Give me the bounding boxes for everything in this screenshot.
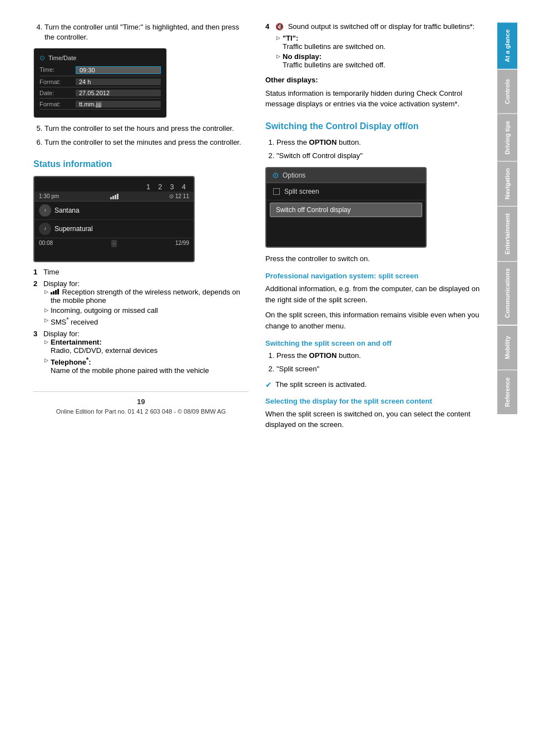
timedate-row-format1: Format: 24 h <box>39 78 161 87</box>
status-numbers-overlay: 1 2 3 4 <box>146 183 186 191</box>
timedate-row-time: Time: 09:30 <box>39 66 161 76</box>
pro-nav-section: Professional navigation system: split sc… <box>265 272 481 430</box>
item4-subs: "TI":Traffic bulletins are switched on. … <box>265 34 481 69</box>
page-footer: 19 Online Edition for Part no. 01 41 2 6… <box>33 391 249 420</box>
page-wrapper: Turn the controller until "Time:" is hig… <box>0 0 534 756</box>
checkbox-icon <box>273 188 280 195</box>
switch-control-step-2: "Switch off Control display" <box>276 151 481 161</box>
other-displays-heading: Other displays: <box>265 75 481 86</box>
timedate-title-text: Time/Date <box>48 55 76 61</box>
signal-bar4 <box>117 194 118 199</box>
status-info-bar: 1:30 pm ⊙ 12 11 <box>34 192 194 202</box>
song-row-1: ♪ Santana <box>34 202 194 220</box>
right-column: 4 🔇 Sound output is switched off or disp… <box>265 22 481 734</box>
timedate-screen-box: ⊙ Time/Date Time: 09:30 Format: 24 h Dat… <box>33 48 167 118</box>
item4-header: 4 🔇 Sound output is switched off or disp… <box>265 22 481 31</box>
song-2-name: Supernatural <box>55 225 93 233</box>
sidebar-tab-at-a-glance[interactable]: At a glance <box>497 22 517 69</box>
status-bottom-bar: 00:08 · 12/99 <box>34 238 194 249</box>
sidebar-tab-driving-tips[interactable]: Driving tips <box>497 114 517 161</box>
switch-split-section: Switching the split screen on and off Pr… <box>265 339 481 389</box>
mute-icon: 🔇 <box>275 23 284 31</box>
press-controller-note: Press the controller to switch on. <box>265 253 481 264</box>
options-split-screen: Split screen <box>266 183 426 200</box>
legend-item-2: 2 Display for: <box>33 279 249 326</box>
legend: 1 Time 2 Display for: <box>33 268 249 375</box>
step-5: Turn the controller to set the hours and… <box>44 124 249 134</box>
other-displays-text: Status information is temporarily hidden… <box>265 88 481 110</box>
signal-bar1 <box>110 197 112 199</box>
legend-item-2-sub-3: SMS* received <box>44 316 249 326</box>
music-icon-1: ♪ <box>39 204 51 217</box>
timedate-rows: Time: 09:30 Format: 24 h Date: 27.05.201… <box>39 66 161 110</box>
sidebar-tab-entertainment[interactable]: Entertainment <box>497 206 517 261</box>
song-1-name: Santana <box>55 207 80 214</box>
pro-nav-para1: Additional information, e.g. from the co… <box>265 283 481 305</box>
signal-bar2 <box>112 196 114 199</box>
legend-item-2-sub-2: Incoming, outgoing or missed call <box>44 306 249 315</box>
switch-control-section: Switching the Control Display off/on Pre… <box>265 121 481 264</box>
legend-item-2-subs: Reception strength of the wireless netwo… <box>33 288 249 326</box>
footer-text: Online Edition for Part no. 01 41 2 603 … <box>39 408 243 415</box>
sidebar-tab-reference[interactable]: Reference <box>497 370 517 414</box>
item4-sub-ti: "TI":Traffic bulletins are switched on. <box>276 34 481 51</box>
switch-split-subheading: Switching the split screen on and off <box>265 339 481 347</box>
clock-icon: ⊙ <box>39 54 45 62</box>
status-section-heading: Status information <box>33 159 249 170</box>
timedate-row-format2: Format: tt.mm.jjjj <box>39 101 161 110</box>
song-row-2: ♪ Supernatural <box>34 220 194 238</box>
legend-item-3-subs: Entertainment:Radio, CD/DVD, external de… <box>33 338 249 375</box>
split-screen-activated-note: ✔ The split screen is activated. <box>265 380 481 389</box>
legend-item-3-sub-2: Telephone*:Name of the mobile phone pair… <box>44 356 249 375</box>
left-column: Turn the controller until "Time:" is hig… <box>33 22 249 734</box>
legend-item-2-sub-1: Reception strength of the wireless netwo… <box>44 288 249 305</box>
sidebar-tab-mobility[interactable]: Mobility <box>497 325 517 370</box>
step-6: Turn the controller to set the minutes a… <box>44 138 249 148</box>
checkmark-icon: ✔ <box>265 380 272 389</box>
timedate-row-date: Date: 27.05.2012 <box>39 90 161 99</box>
selecting-display-subheading: Selecting the display for the split scre… <box>265 397 481 405</box>
legend-item-3-sub-1: Entertainment:Radio, CD/DVD, external de… <box>44 338 249 355</box>
pro-nav-heading: Professional navigation system: split sc… <box>265 272 481 280</box>
switch-split-step-1: Press the OPTION button. <box>276 351 481 361</box>
selecting-display-para: When the split screen is switched on, yo… <box>265 409 481 430</box>
legend-item-1: 1 Time <box>33 268 249 276</box>
switch-split-step-2: "Split screen" <box>276 364 481 374</box>
step-4: Turn the controller until "Time:" is hig… <box>44 22 249 42</box>
options-title-text: Options <box>283 171 305 179</box>
signal-bar3 <box>115 195 116 199</box>
options-screen: ⚙ Options Split screen Switch off Contro… <box>265 167 427 248</box>
item4-sub-no-display: No display:Traffic bulletins are switche… <box>276 52 481 69</box>
right-sidebar: At a glance Controls Driving tips Naviga… <box>497 22 517 734</box>
sidebar-tab-navigation[interactable]: Navigation <box>497 161 517 206</box>
options-switch-off: Switch off Control display <box>270 203 422 217</box>
signal-inline-icon <box>51 289 59 294</box>
status-screen: 1 2 3 4 1:30 pm ⊙ 12 <box>33 176 195 262</box>
other-displays: Other displays: Status information is te… <box>265 75 481 110</box>
music-icon-2: ♪ <box>39 223 51 235</box>
options-icon: ⚙ <box>272 171 279 180</box>
item4-section: 4 🔇 Sound output is switched off or disp… <box>265 22 481 69</box>
options-title-bar: ⚙ Options <box>266 168 426 183</box>
status-section: Status information 1 2 3 4 1:30 pm <box>33 159 249 375</box>
main-content: Turn the controller until "Time:" is hig… <box>0 0 534 756</box>
pro-nav-para2: On the split screen, this information re… <box>265 310 481 331</box>
legend-item-3: 3 Display for: Entertainment:Radio, CD/D… <box>33 330 249 375</box>
switch-control-heading: Switching the Control Display off/on <box>265 121 481 132</box>
sidebar-tab-communications[interactable]: Communications <box>497 261 517 325</box>
sidebar-tab-controls[interactable]: Controls <box>497 69 517 114</box>
page-number: 19 <box>39 397 243 406</box>
timedate-title: ⊙ Time/Date <box>39 54 161 62</box>
switch-control-step-1: Press the OPTION button. <box>276 138 481 148</box>
selecting-display-section: Selecting the display for the split scre… <box>265 397 481 430</box>
